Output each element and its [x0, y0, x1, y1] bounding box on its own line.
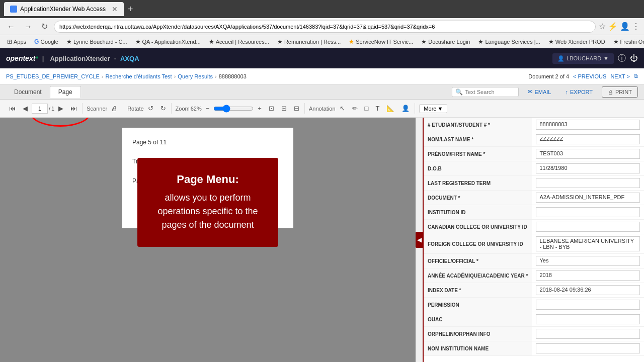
reload-button[interactable]: ↻: [38, 21, 51, 32]
field-label: PRÉNOM/FIRST NAME *: [424, 147, 532, 161]
field-value: 888888003: [536, 120, 640, 130]
copy-icon[interactable]: ⧉: [634, 73, 638, 79]
app-name: ApplicationXtender: [50, 55, 110, 62]
rotate-cw-button[interactable]: ↻: [157, 103, 169, 114]
text-search-container: 🔍: [452, 87, 519, 97]
first-page-button[interactable]: ⏮: [6, 103, 19, 114]
bookmark-remuneration[interactable]: ★ Remuneration | Ress...: [274, 37, 344, 46]
bookmark-apps[interactable]: ⊞ Apps: [4, 37, 29, 46]
next-page-button[interactable]: ▶: [55, 103, 66, 114]
fit-width-button[interactable]: ⊡: [266, 103, 277, 114]
measure-tool-button[interactable]: 📐: [383, 103, 397, 114]
field-value: A2A-ADMISSION_INTERNE_PDF: [536, 193, 640, 203]
user-menu[interactable]: 👤 LBOUCHARD ▼: [552, 53, 614, 64]
field-value: Yes: [536, 256, 640, 266]
address-bar[interactable]: [54, 21, 596, 33]
tab-close-button[interactable]: ✕: [112, 5, 118, 13]
table-row: LAST REGISTERED TERM: [424, 176, 644, 191]
zoom-slider[interactable]: [213, 105, 254, 113]
field-value: TEST003: [536, 149, 640, 159]
zoom-out-button[interactable]: −: [203, 103, 213, 114]
bookmark-freshii-label: Freshii Online Takeo...: [620, 39, 644, 45]
field-label: INDEX DATE *: [424, 283, 532, 298]
document-viewer[interactable]: Page 5 of 11 Troisième étudiant Page 1 d…: [0, 118, 416, 362]
rect-tool-button[interactable]: □: [362, 103, 372, 114]
breadcrumb-current: 888888003: [219, 73, 247, 79]
main-layout: Page 5 of 11 Troisième étudiant Page 1 d…: [0, 118, 644, 362]
text-tool-button[interactable]: T: [372, 103, 382, 114]
breadcrumb-sep-1: ›: [102, 73, 104, 79]
info-button[interactable]: ⓘ: [618, 53, 626, 64]
bookmark-qa[interactable]: ★ QA - ApplicationXtend...: [132, 37, 204, 46]
breadcrumb-item-results[interactable]: Query Results: [178, 73, 213, 79]
panel-toggle-button[interactable]: ◀: [416, 232, 423, 248]
new-tab-button[interactable]: +: [128, 4, 133, 15]
rotate-label: Rotate: [127, 106, 143, 112]
logo-text: opentext*: [6, 54, 38, 62]
more-button[interactable]: More ▼: [419, 104, 447, 113]
table-row: ANNÉE ACADÉMIQUE/ACADEMIC YEAR *2018: [424, 268, 644, 283]
page-toolbar: ⏮ ◀ / 1 ▶ ⏭ Scanner 🖨 Rotate ↺ ↻ Zoom 62…: [0, 100, 644, 118]
bookmark-servicenow[interactable]: ★ ServiceNow IT Servic...: [346, 37, 416, 46]
tab-page[interactable]: Page: [50, 86, 81, 98]
field-label: NOM INSTITUTION NAME: [424, 341, 532, 356]
breadcrumb-item-datasource[interactable]: PS_ETUDES_DE_PREMIER_CYCLE: [6, 73, 100, 79]
bookmark-accueil[interactable]: ★ Accueil | Resources...: [206, 37, 272, 46]
email-button[interactable]: ✉ EMAIL: [523, 87, 556, 97]
email-label: EMAIL: [534, 89, 551, 95]
extensions-icon[interactable]: ⚡: [608, 22, 618, 31]
select-tool-button[interactable]: ↖: [337, 103, 348, 114]
browser-tab[interactable]: ApplicationXtender Web Access ✕: [4, 2, 124, 16]
fit-window-button[interactable]: ⊟: [291, 103, 302, 114]
back-button[interactable]: ←: [4, 21, 18, 32]
user-profile-icon[interactable]: 👤: [620, 22, 630, 31]
scanner-button[interactable]: 🖨: [108, 103, 121, 114]
breadcrumb-item-query[interactable]: Recherche d'étudiants Test: [106, 73, 172, 79]
annotation-group: Annotation ↖ ✏ □ T 📐 👤: [307, 103, 415, 114]
export-icon: ↑: [565, 89, 568, 95]
page-number-text: Page 5 of 11: [132, 138, 283, 147]
print-icon: 🖨: [608, 89, 613, 95]
tab-actions: 🔍 ✉ EMAIL ↑ EXPORT 🖨 PRINT: [452, 86, 638, 98]
page-separator: /: [49, 106, 50, 112]
previous-doc-button[interactable]: < PREVIOUS: [573, 73, 606, 79]
text-search-input[interactable]: [465, 89, 515, 95]
field-value: 11/28/1980: [536, 163, 640, 173]
bookmark-google[interactable]: G Google: [31, 37, 61, 46]
field-value: LEBANESE AMERICAN UNIVERSITY - LBN - BYB: [536, 236, 640, 251]
stamp-tool-button[interactable]: 👤: [398, 103, 413, 114]
table-row: CANADIAN COLLEGE OR UNIVERSITY ID: [424, 220, 644, 234]
tab-document[interactable]: Document: [6, 86, 50, 98]
highlight-tool-button[interactable]: ✏: [349, 103, 361, 114]
export-button[interactable]: ↑ EXPORT: [560, 87, 598, 97]
page-menu-overlay: Page Menu: allows you to perform operati…: [137, 158, 278, 247]
right-panel: # ETUDIANT/STUDENT # *888888003NOM/LAST …: [423, 118, 644, 362]
bookmark-freshii[interactable]: ★ Freshii Online Takeo...: [610, 37, 644, 46]
field-label: FOREIGN COLLEGE OR UNIVERSITY ID: [424, 234, 532, 254]
bookmark-star-icon[interactable]: ☆: [599, 22, 606, 31]
menu-icon[interactable]: ⋮: [632, 22, 640, 31]
logout-button[interactable]: ⏻: [630, 54, 638, 63]
bookmark-docushare[interactable]: ★ Docushare Login: [418, 37, 473, 46]
bookmark-webxtender[interactable]: ★ Web Xtender PROD: [545, 37, 608, 46]
fit-page-button[interactable]: ⊞: [278, 103, 290, 114]
bookmark-webxtender-label: Web Xtender PROD: [555, 39, 605, 45]
field-value: [536, 329, 640, 339]
prev-page-button[interactable]: ◀: [20, 103, 31, 114]
table-row: INSTITUTION ID: [424, 205, 644, 220]
bookmark-language[interactable]: ★ Language Services |...: [475, 37, 543, 46]
print-button[interactable]: 🖨 PRINT: [602, 86, 638, 98]
table-row: OUAC: [424, 312, 644, 327]
google-icon: G: [34, 38, 39, 45]
breadcrumb-nav: Document 2 of 4 < PREVIOUS NEXT > ⧉: [528, 73, 638, 79]
lynne-icon: ★: [66, 38, 72, 45]
last-page-button[interactable]: ⏭: [67, 103, 80, 114]
next-doc-button[interactable]: NEXT >: [610, 73, 630, 79]
rotate-ccw-button[interactable]: ↺: [145, 103, 156, 114]
zoom-in-button[interactable]: +: [255, 103, 265, 114]
forward-button[interactable]: →: [21, 21, 35, 32]
more-dropdown-icon: ▼: [437, 106, 443, 112]
doc-counter: Document 2 of 4: [528, 73, 569, 79]
bookmark-lynne[interactable]: ★ Lynne Bouchard - C...: [63, 37, 130, 46]
page-number-input[interactable]: [32, 104, 48, 114]
